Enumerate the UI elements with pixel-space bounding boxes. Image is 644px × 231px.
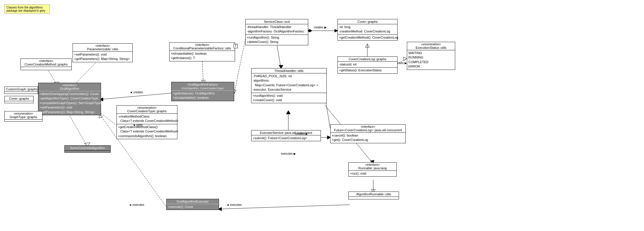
cct-field: -creationMethodClass: [118, 114, 176, 119]
box-customGraph: CustomGraph::graphs [4, 87, 38, 94]
ocdFactory-m2: +isInstantiable(): boolean [173, 96, 233, 100]
name-ocdExec: OcdAlgorithmExecutor [177, 200, 209, 203]
box-ocdAlgorithmFactory: OcdAlgorithmFactory <OcdAlgorithm, Cover… [171, 82, 234, 101]
box-graphType: «enumeration» GraphType::graphs [4, 111, 42, 122]
box-coverGraphsRight: Cover::graphs -id: long -creationMethod:… [338, 19, 398, 41]
th-field3: -executor: ExecutorService [253, 87, 325, 92]
box-coverGraphsLeft: Cover::graphs [4, 96, 34, 103]
name-ocdFactory: OcdAlgorithmFactory [188, 83, 218, 86]
cgr-field1: -id: long [339, 25, 396, 29]
es-val3: COMPLETED [408, 60, 454, 64]
sc-m1: +runAlgorithm(): String [247, 35, 307, 40]
ccl-field1: -statusId: int [339, 62, 396, 67]
ocdFactory-m1: +getInstance(): OcdAlgorithm [173, 91, 233, 96]
sc-field1: -threadHandler: ThreadHandler [247, 25, 307, 29]
stereotype-es: «enumeration» [408, 43, 454, 46]
es-val2: RUNNING [408, 55, 454, 60]
name-es: ExecutionStatus::utils [416, 46, 446, 49]
stereotype-parameterizable: «interface» [74, 44, 131, 47]
name-ccm: CoverCreationMethod::graphs [25, 63, 68, 66]
ocdalg-m2: +getAlgorithmType(): CoverCreationType [40, 96, 100, 101]
svg-line-15 [100, 93, 173, 99]
t-label: T [234, 44, 238, 48]
name-runnable: Runnable::java.lang [358, 166, 387, 170]
stereotype-ccm: «interface» [22, 59, 70, 63]
label-creates3: creates ▶ [295, 132, 308, 135]
box-coverCreationMethod: «interface» CoverCreationMethod::graphs [20, 58, 72, 70]
box-coverCreationType: «enumeration» CoverCreationType::graphs … [117, 105, 177, 139]
label-executes2: ◄ executes [129, 203, 144, 206]
condFactory-m1: +isInstantiable(): boolean [171, 51, 234, 56]
cct-m2: +correspondsAlgorithm(): boolean [118, 134, 176, 138]
ocdExec-m1: +execute(): Cover [168, 205, 217, 209]
box-ocdAlgorithm: «interface» OcdAlgorithm +detectOverlapp… [38, 83, 101, 115]
name-condFactory: ConditionalParameterizableFactory::utils [173, 46, 231, 50]
param-method1: +setParameters(): void [74, 52, 131, 57]
box-executorService: ExecutorService::java.util.concurrent +s… [251, 130, 321, 141]
cct-m1b: Class<? extends CoverCreationMethod> [118, 129, 176, 134]
stereotype-cct: «enumeration» [118, 106, 176, 109]
svg-line-33 [277, 43, 281, 69]
stereotype-ocdalg: «interface» [40, 84, 100, 87]
box-serviceClass: ServiceClass::ocd -threadHandler: Thread… [245, 19, 308, 45]
cct-field2: Class<? extends CoverCreationMethod> [118, 119, 176, 123]
name-graphtype: GraphType::graphs [10, 115, 37, 119]
box-algorithmRunnable: AlgorithmRunnable::utils [348, 192, 399, 199]
box-futureInterface: «interface» Future<CoverCreationLog>::ja… [330, 124, 406, 143]
note-box: Classes from the algorithms package are … [4, 4, 50, 14]
cct-m1: +getCreationMethodClass(): [118, 125, 176, 129]
label-executes3: ◄ executes [226, 203, 242, 206]
box-runnableInterface: «interface» Runnable::java.lang +run(): … [348, 162, 397, 177]
name-ocdalg: OcdAlgorithm [60, 87, 79, 90]
runnable-m1: +run(): void [350, 171, 395, 176]
box-someConcreteAlgorithm: SomeConcreteAlgorithm [64, 145, 111, 153]
label-creates1: creates ▶ [314, 26, 327, 29]
sc-m2: +deleteCover(): String [247, 40, 307, 44]
stereotype-runnable: «interface» [350, 163, 395, 166]
ocdalg-m4: +setParameters(): void [40, 105, 100, 110]
cgr-field2: -creationMethod: CoverCreationLog [339, 29, 396, 34]
name-cct: CoverCreationType::graphs [127, 109, 167, 113]
name-someconcrete: SomeConcreteAlgorithm [70, 146, 105, 150]
name-ccl: CoverCreationLog::graphs [349, 57, 386, 61]
es-val1: WAITING [408, 51, 454, 55]
ocdalg-m1: +detectOverlappingCommunities(): Cover [40, 92, 100, 96]
name-covergraphs-left: Cover::graphs [9, 97, 29, 100]
svg-marker-12 [403, 57, 407, 61]
svg-marker-38 [286, 111, 290, 114]
label-uses2: ◄ uses [133, 123, 143, 127]
note-text: Classes from the algorithms package are … [6, 6, 45, 12]
cgr-m1: +getCreationMethod(): CoverCreationLog [339, 35, 396, 40]
stereotype-graphtype: «enumeration» [6, 112, 41, 115]
label-uses1: uses ▶ [398, 61, 407, 65]
param-method2: +getParameters(): Map<String, String> [74, 57, 131, 61]
name-customgraph: CustomGraph::graphs [6, 87, 37, 91]
box-conditionalFactory: «interface» ConditionalParameterizableFa… [169, 42, 235, 61]
arrows-layer [0, 0, 644, 231]
sc-field2: -algorithmFactory: OcdAlgorithmFactory [247, 29, 307, 34]
name-ocdFactory-generic: <OcdAlgorithm, CoverCreationType> [181, 87, 225, 90]
name-parameterizable: Parameterizable::utils [87, 47, 118, 51]
name-future: Future<CoverCreationLog>::java.util.conc… [334, 128, 402, 132]
name-th: ThreadHandler::utils [274, 69, 303, 73]
box-parameterizable: «interface» Parameterizable::utils +setP… [73, 43, 133, 62]
box-ocdAlgorithmExecutor: OcdAlgorithmExecutor +execute(): Cover [166, 199, 219, 210]
future-m2: +get(): CoverCreationLog [332, 138, 404, 142]
label-executes1: executes ▶ [281, 152, 296, 155]
th-field2: -algorithms: [253, 78, 325, 83]
box-coverCreationLog: CoverCreationLog::graphs -statusId: int … [338, 56, 398, 74]
ccl-m1: +getStatus(): ExecutionStatus [339, 68, 396, 73]
svg-marker-14 [365, 44, 369, 47]
condFactory-m2: +getInstance(): T [171, 56, 234, 60]
th-field2b: Map<CoverId, Future<CoverCreationLog> > [253, 83, 325, 87]
name-coverGraphsRight: Cover::graphs [357, 20, 378, 23]
svg-line-4 [69, 114, 87, 146]
name-algorithmRunnable: AlgorithmRunnable::utils [356, 192, 391, 196]
label-creates2: ◄ creates [130, 91, 143, 94]
box-threadHandler: ThreadHandler::utils -THREAD_POOL_SIZE: … [251, 68, 327, 103]
name-serviceClass: ServiceClass::ocd [264, 20, 290, 23]
ocdalg-m5: +getParameters(): Map<String, String> [40, 110, 100, 114]
stereotype-future: «interface» [332, 125, 404, 128]
box-executionStatus: «enumeration» ExecutionStatus::utils WAI… [407, 42, 455, 70]
diagram-container: Classes from the algorithms package are … [0, 0, 644, 231]
